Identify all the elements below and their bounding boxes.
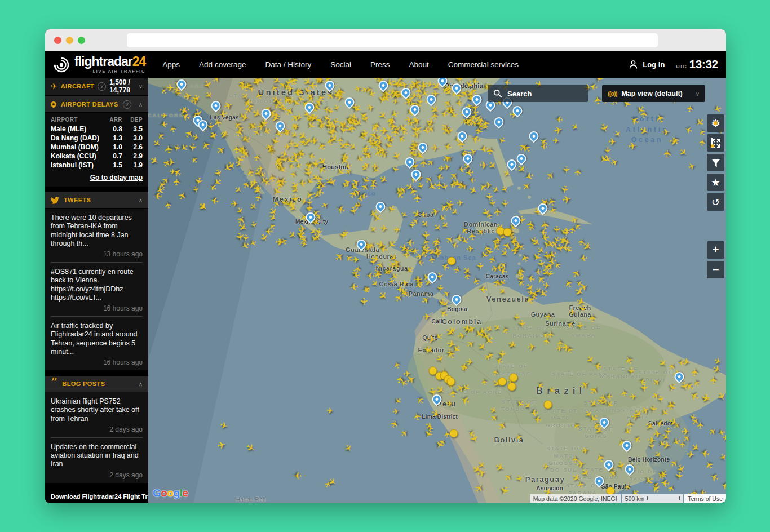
pin-icon (50, 100, 57, 108)
airport-pin[interactable] (470, 92, 484, 106)
aircraft-count: 1,500 / 14,778 (109, 78, 135, 94)
settings-button[interactable]: ⚙ (707, 114, 724, 132)
bookmark-button[interactable]: ★ (707, 174, 724, 191)
download-title: Download Flightradar24 Flight Tracker (51, 493, 143, 500)
help-icon[interactable]: ? (98, 82, 106, 91)
blog-posts-header[interactable]: ” BLOG POSTS ∧ (45, 376, 148, 392)
airport-pin[interactable] (460, 105, 473, 118)
airport-pin[interactable] (399, 86, 413, 99)
airport-delays-header[interactable]: AIRPORT DELAYS ? ∧ (45, 96, 148, 112)
airport-pin[interactable] (377, 78, 390, 92)
airport-pin[interactable] (343, 95, 356, 109)
blog-post-item-text[interactable]: Ukrainian flight PS752 crashes shortly a… (51, 397, 143, 423)
minimize-window-icon[interactable] (66, 37, 73, 44)
aircraft-counter[interactable]: ✈ AIRCRAFT ? 1,500 / 14,778 ∨ (45, 78, 148, 95)
airport-pin[interactable] (461, 152, 475, 165)
delays-column-header: AIRPORT (51, 117, 108, 123)
airport-pin[interactable] (209, 99, 223, 112)
yellow-aircraft-marker[interactable] (508, 383, 516, 391)
airport-pin[interactable] (536, 201, 550, 215)
airport-pin[interactable] (303, 100, 316, 114)
tweet-item-text[interactable]: Air traffic tracked by Flightradar24 in … (51, 322, 143, 356)
airport-pin[interactable] (408, 103, 422, 116)
airport-pin[interactable] (374, 200, 387, 213)
google-logo[interactable]: Google (153, 487, 188, 499)
delay-cell: 2.9 (126, 152, 143, 161)
browser-url-bar[interactable] (127, 33, 658, 47)
tweets-header[interactable]: TWEETS ∧ (45, 192, 148, 208)
close-window-icon[interactable] (54, 37, 61, 44)
airport-pin[interactable] (403, 155, 417, 169)
airport-pin[interactable] (455, 129, 469, 143)
flightradar24-logo[interactable]: flightradar24 LIVE AIR TRAFFIC (45, 55, 162, 74)
tweet-item-text[interactable]: There were 10 departures from Tehran-IKA… (51, 214, 143, 248)
quote-icon: ” (51, 380, 57, 387)
map-view-selector[interactable]: ((o)) Map view (default) ∨ (602, 85, 705, 102)
airport-pin[interactable] (424, 92, 438, 106)
airport-pin[interactable] (259, 107, 273, 120)
airport-pin[interactable] (598, 415, 611, 429)
search-icon (493, 89, 502, 98)
airport-pin[interactable] (355, 237, 368, 251)
yellow-aircraft-marker[interactable] (447, 378, 455, 386)
yellow-aircraft-marker[interactable] (503, 228, 512, 237)
maximize-window-icon[interactable] (78, 37, 85, 44)
radar-logo-icon (53, 56, 70, 73)
go-to-delay-map-link[interactable]: Go to delay map (90, 174, 143, 181)
yellow-aircraft-marker[interactable] (510, 374, 518, 382)
nav-item-press[interactable]: Press (370, 60, 390, 69)
blog-post-item: Updates on the commercial aviation situa… (51, 437, 143, 483)
zoom-in-button[interactable]: + (707, 241, 724, 259)
airport-pin[interactable] (450, 292, 463, 306)
yellow-aircraft-marker[interactable] (450, 429, 458, 438)
twitter-icon (51, 197, 59, 204)
airport-pin[interactable] (273, 119, 287, 132)
zoom-out-button[interactable]: − (707, 261, 724, 278)
delay-cell: 1.5 (108, 161, 126, 170)
playback-button[interactable]: ↺ (707, 193, 724, 211)
nav-item-apps[interactable]: Apps (162, 60, 180, 69)
chevron-up-icon: ∧ (139, 197, 143, 203)
airport-pin[interactable] (492, 115, 506, 128)
tweet-item-time: 13 hours ago (51, 250, 143, 258)
delay-cell: 1.9 (126, 161, 143, 170)
airport-pin[interactable] (430, 392, 444, 406)
help-icon[interactable]: ? (123, 100, 131, 109)
airport-pin[interactable] (623, 462, 636, 476)
nav-item-commercial-services[interactable]: Commercial services (448, 60, 519, 69)
fullscreen-button[interactable] (707, 134, 724, 152)
login-button[interactable]: Log in (629, 60, 665, 69)
download-section: Download Flightradar24 Flight Tracker Do… (45, 489, 148, 503)
nav-item-data-history[interactable]: Data / History (265, 60, 311, 69)
terms-of-use-link[interactable]: Terms of Use (684, 494, 726, 503)
airport-pin[interactable] (527, 129, 541, 143)
delay-cell: Istanbul (IST) (51, 161, 108, 170)
filter-button[interactable] (707, 154, 724, 171)
yellow-aircraft-marker[interactable] (448, 257, 456, 265)
airport-pin[interactable] (426, 270, 439, 283)
map-canvas[interactable]: United StatesPhiladelphiaNEVADAUTAHCALIF… (148, 78, 726, 503)
blog-post-item-time: 2 days ago (51, 425, 143, 433)
delay-cell: 0.8 (108, 125, 126, 134)
airport-pin[interactable] (175, 78, 188, 91)
airport-pin[interactable] (511, 104, 524, 117)
blog-post-item-text[interactable]: Updates on the commercial aviation situa… (51, 443, 143, 469)
tweet-item-text[interactable]: #OS871 currently en route back to Vienna… (51, 268, 143, 302)
airport-pin[interactable] (323, 78, 337, 92)
airport-pin[interactable] (602, 458, 616, 471)
yellow-aircraft-marker[interactable] (544, 401, 552, 409)
yellow-aircraft-marker[interactable] (498, 378, 507, 386)
airport-pin[interactable] (416, 140, 430, 154)
airport-pin[interactable] (409, 167, 423, 181)
airport-pin[interactable] (672, 370, 686, 383)
search-box[interactable]: Search (488, 85, 588, 102)
airport-pin[interactable] (304, 210, 317, 224)
airport-pin[interactable] (592, 474, 606, 487)
nav-item-add-coverage[interactable]: Add coverage (199, 60, 246, 69)
airport-pin[interactable] (450, 81, 463, 95)
airport-pin[interactable] (436, 78, 449, 88)
nav-item-social[interactable]: Social (330, 60, 351, 69)
nav-item-about[interactable]: About (409, 60, 429, 69)
airport-pin[interactable] (620, 438, 634, 452)
airport-pin[interactable] (509, 214, 523, 227)
